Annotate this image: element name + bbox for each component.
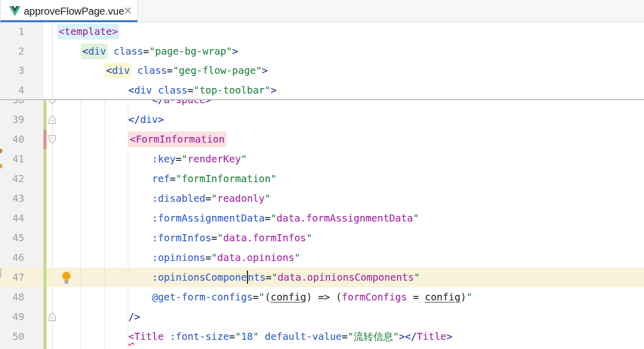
code-line[interactable]: 45 :formInfos="data.formInfos" [0, 228, 644, 248]
code-text: <Title :font-size="18" default-value="流转… [57, 327, 453, 346]
ide-window: 38 </a-space>39 </div>40 <FormInformatio… [0, 0, 644, 349]
code-text: <div class="page-bg-wrap"> [57, 42, 238, 62]
line-number[interactable]: 2 [0, 42, 24, 62]
line-number[interactable]: 47 [0, 268, 24, 287]
code-line[interactable]: 44 :formAssignmentData="data.formAssignm… [0, 208, 644, 228]
code-text: <template> [57, 22, 119, 42]
sticky-lines-panel: 1<template>2 <div class="page-bg-wrap">3… [0, 22, 644, 100]
code-line[interactable]: 48 @get-form-configs="(config) => (formC… [0, 287, 644, 307]
code-text: :formAssignmentData="data.formAssignment… [57, 208, 419, 228]
intention-bulb-icon[interactable] [61, 271, 72, 286]
code-text: :key="renderKey" [57, 149, 247, 169]
tag-match-highlight: <FormInformation [128, 132, 226, 147]
line-number[interactable]: 50 [0, 327, 24, 346]
line-number[interactable]: 45 [0, 228, 24, 248]
line-number[interactable]: 4 [0, 81, 24, 101]
code-text: <div class="geg-flow-page"> [57, 61, 268, 81]
tab-bar-border [138, 22, 644, 22]
tag-match-highlight: <div [105, 63, 131, 78]
sticky-separator [0, 99, 644, 100]
code-line[interactable]: 2 <div class="page-bg-wrap"> [0, 42, 644, 62]
code-line[interactable]: 3 <div class="geg-flow-page"> [0, 61, 644, 81]
code-text: ref="formInformation" [57, 169, 276, 189]
line-number[interactable]: 48 [0, 287, 24, 307]
tab-approveflowpage[interactable]: approveFlowPage.vue × [0, 0, 138, 22]
code-line[interactable]: 1<template> [0, 22, 644, 42]
line-number[interactable]: 46 [0, 248, 24, 268]
code-line[interactable]: 39 </div> [0, 110, 644, 129]
code-text: :disabled="readonly" [57, 189, 271, 208]
code-text: :opinions="data.opinions" [57, 248, 300, 268]
code-text: </div> [57, 110, 164, 129]
line-number[interactable]: 39 [0, 110, 24, 129]
editor-tab-bar: approveFlowPage.vue × [0, 0, 644, 22]
line-number[interactable]: 3 [0, 61, 24, 81]
code-line[interactable]: 49 /> [0, 307, 644, 327]
code-line[interactable]: 4 <div class="top-toolbar"> [0, 81, 644, 101]
code-text: :opinionsComponents="data.opinionsCompon… [57, 268, 420, 287]
code-text: :formInfos="data.formInfos" [57, 228, 312, 248]
fold-end-icon[interactable] [48, 115, 56, 126]
tag-match-highlight: <template> [57, 24, 119, 39]
code-text: <FormInformation [57, 129, 226, 149]
code-line[interactable]: 40 <FormInformation [0, 129, 644, 149]
line-number[interactable]: 41 [0, 149, 24, 169]
fold-end-icon[interactable] [48, 313, 56, 323]
code-line[interactable]: 47 :opinionsComponents="data.opinionsCom… [0, 268, 644, 287]
line-number[interactable]: 42 [0, 169, 24, 189]
code-text: @get-form-configs="(config) => (formConf… [57, 287, 472, 307]
code-text: <div class="top-toolbar"> [57, 81, 276, 101]
line-number[interactable]: 40 [0, 129, 24, 149]
line-number[interactable]: 43 [0, 189, 24, 208]
code-line[interactable]: 42 ref="formInformation" [0, 169, 644, 189]
code-text: /> [57, 307, 140, 327]
tab-close-icon[interactable]: × [124, 0, 132, 22]
code-line[interactable]: 43 :disabled="readonly" [0, 189, 644, 208]
tag-match-highlight: <div [81, 43, 108, 59]
tab-title: approveFlowPage.vue [24, 0, 124, 22]
edge-scroll-sliver [0, 268, 2, 278]
line-number[interactable]: 44 [0, 208, 24, 228]
line-number[interactable]: 49 [0, 307, 24, 327]
fold-start-icon[interactable] [48, 135, 56, 146]
active-tab-indicator [1, 20, 137, 22]
line-number[interactable]: 1 [0, 22, 24, 42]
code-line[interactable]: 46 :opinions="data.opinions" [0, 248, 644, 268]
code-line[interactable]: 50 <Title :font-size="18" default-value=… [0, 327, 644, 346]
code-line[interactable]: 41 :key="renderKey" [0, 149, 644, 169]
vue-file-icon [9, 6, 21, 18]
